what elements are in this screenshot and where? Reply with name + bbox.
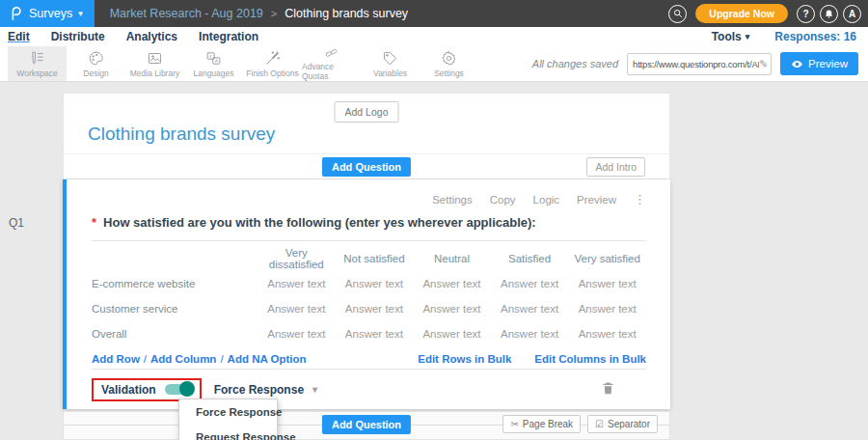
row-label[interactable]: Customer service <box>92 303 258 315</box>
column-header[interactable]: Satisfied <box>491 253 569 264</box>
answer-cell[interactable]: Answer text <box>568 303 646 315</box>
add-question-button-top[interactable]: Add Question <box>322 157 411 177</box>
toolbar-item-variables[interactable]: Variables <box>361 46 420 81</box>
edit-url-icon[interactable]: ✎ <box>759 58 768 70</box>
toolbar-item-label: Media Library <box>130 69 180 78</box>
question-settings-link[interactable]: Settings <box>432 194 473 206</box>
add-na-option-link[interactable]: Add NA Option <box>228 353 307 365</box>
column-header[interactable]: Very satisfied <box>568 253 646 264</box>
help-button[interactable]: ? <box>797 5 815 23</box>
survey-card: Add Logo Clothing brands survey Add Ques… <box>63 93 670 409</box>
breadcrumb-separator: > <box>271 8 277 19</box>
question-copy-link[interactable]: Copy <box>490 194 516 206</box>
validation-type-dropdown[interactable]: Force Response ▾ <box>214 383 317 397</box>
breadcrumb-folder[interactable]: Market Research - Aug 2019 <box>110 7 263 20</box>
row-label[interactable]: Overall <box>92 328 258 340</box>
dropdown-option-force-response[interactable]: Force Response <box>179 399 277 425</box>
validation-bar: Validation Force Response ▾ <box>92 369 646 409</box>
add-question-button-bottom[interactable]: Add Question <box>322 415 411 434</box>
toolbar-item-media-library[interactable]: Media Library <box>125 46 184 81</box>
answer-cell[interactable]: Answer text <box>336 278 414 289</box>
survey-header: Add Logo Clothing brands survey <box>63 93 670 154</box>
answer-cell[interactable]: Answer text <box>491 303 569 315</box>
answer-cell[interactable]: Answer text <box>258 303 336 315</box>
tab-distribute[interactable]: Distribute <box>51 30 105 43</box>
required-asterisk: * <box>92 215 96 230</box>
nav-right: Tools▾ Responses: 16 <box>712 30 868 43</box>
matrix-header-row: Very dissatisfied Not satisfied Neutral … <box>92 246 646 271</box>
question-text-row: *How satisfied are you with the followin… <box>92 215 646 241</box>
column-header[interactable]: Not satisfied <box>336 253 414 264</box>
toolbar-item-languages[interactable]: xA Languages <box>184 46 243 81</box>
dropdown-option-request-response[interactable]: Request Response <box>179 425 277 440</box>
answer-cell[interactable]: Answer text <box>568 328 646 340</box>
magic-wand-icon <box>264 50 281 67</box>
intro-strip: Add Question Add Intro <box>63 154 670 179</box>
answer-cell[interactable]: Answer text <box>413 328 491 340</box>
toolbar-item-settings[interactable]: Settings <box>420 46 478 81</box>
answer-cell[interactable]: Answer text <box>491 278 569 289</box>
upgrade-button[interactable]: Upgrade Now <box>695 4 788 23</box>
answer-cell[interactable]: Answer text <box>336 303 414 315</box>
matrix-row: E-commerce website Answer text Answer te… <box>92 271 646 296</box>
question-block: Settings Copy Logic Preview ⋮ *How satis… <box>63 179 670 409</box>
preview-button[interactable]: Preview <box>780 52 858 75</box>
column-header[interactable]: Very dissatisfied <box>258 247 336 270</box>
answer-cell[interactable]: Answer text <box>568 278 646 289</box>
survey-title[interactable]: Clothing brands survey <box>88 124 275 145</box>
toolbar-item-design[interactable]: Design <box>67 46 125 81</box>
page-break-button[interactable]: ✂Page Break <box>502 415 581 433</box>
edit-rows-bulk-link[interactable]: Edit Rows in Bulk <box>418 353 511 365</box>
page-break-label: Page Break <box>523 419 573 429</box>
add-row-link[interactable]: Add Row <box>92 353 140 365</box>
question-text[interactable]: How satisfied are you with the following… <box>103 215 536 230</box>
row-label[interactable]: E-commerce website <box>92 278 258 289</box>
add-logo-button[interactable]: Add Logo <box>335 101 399 123</box>
eye-icon <box>791 58 803 70</box>
trash-icon <box>601 380 615 396</box>
answer-cell[interactable]: Answer text <box>413 303 491 315</box>
toolbar-item-label: Settings <box>434 69 464 78</box>
edit-columns-bulk-link[interactable]: Edit Columns in Bulk <box>534 353 646 365</box>
notifications-button[interactable] <box>820 5 838 23</box>
tools-menu[interactable]: Tools▾ <box>712 30 750 43</box>
toolbar-item-label: Workspace <box>16 69 57 78</box>
workspace-icon <box>29 50 45 67</box>
delete-question-button[interactable] <box>601 380 615 399</box>
bell-icon <box>824 9 834 19</box>
tab-analytics[interactable]: Analytics <box>126 30 177 43</box>
answer-cell[interactable]: Answer text <box>413 278 491 289</box>
table-edit-links: Add Row/Add Column/Add NA Option Edit Ro… <box>92 353 646 365</box>
add-intro-button[interactable]: Add Intro <box>586 157 645 177</box>
toolbar-item-label: Design <box>83 69 108 78</box>
tab-edit[interactable]: Edit <box>8 30 30 43</box>
kebab-menu-icon[interactable]: ⋮ <box>634 192 646 206</box>
toolbar-item-advance-quotas[interactable]: Advance Quotas <box>302 46 361 81</box>
answer-cell[interactable]: Answer text <box>491 328 569 340</box>
answer-cell[interactable]: Answer text <box>258 278 336 289</box>
tab-integration[interactable]: Integration <box>199 30 258 43</box>
toolbar-item-workspace[interactable]: Workspace <box>8 46 67 81</box>
validation-label: Validation <box>101 383 156 397</box>
column-header[interactable]: Neutral <box>413 253 491 264</box>
questionpro-logo-icon <box>9 6 23 21</box>
validation-toggle[interactable] <box>165 384 193 395</box>
page-break-icon: ✂ <box>510 419 518 429</box>
question-preview-link[interactable]: Preview <box>577 194 616 206</box>
survey-url-input[interactable] <box>633 59 759 69</box>
topbar: Surveys ▾ Market Research - Aug 2019 > C… <box>0 0 868 27</box>
tag-icon <box>382 50 398 67</box>
search-button[interactable] <box>668 5 687 23</box>
surveys-app-menu[interactable]: Surveys ▾ <box>0 0 95 27</box>
separator-button[interactable]: ☑Separator <box>587 415 658 433</box>
toolbar-item-finish-options[interactable]: Finish Options <box>243 46 302 81</box>
page-controls: ✂Page Break ☑Separator <box>502 415 658 433</box>
avatar[interactable]: A <box>843 5 861 23</box>
answer-cell[interactable]: Answer text <box>258 328 336 340</box>
bulk-edit-links: Edit Rows in Bulk Edit Columns in Bulk <box>418 353 646 365</box>
question-logic-link[interactable]: Logic <box>533 194 560 206</box>
surveys-menu-label: Surveys <box>29 7 72 20</box>
answer-cell[interactable]: Answer text <box>336 328 414 340</box>
responses-count[interactable]: Responses: 16 <box>774 30 856 43</box>
add-column-link[interactable]: Add Column <box>150 353 216 365</box>
